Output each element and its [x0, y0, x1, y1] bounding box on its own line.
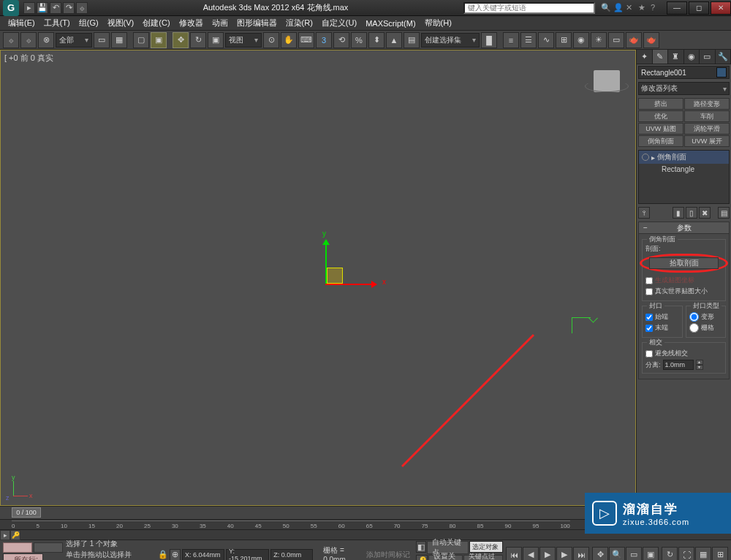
move-icon[interactable]: ✥ — [173, 32, 189, 48]
help-search-input[interactable] — [463, 2, 595, 14]
pin-stack-icon[interactable]: ⫯ — [638, 207, 650, 219]
qat-open-icon[interactable]: ▸ — [23, 2, 35, 14]
spinner-snap-icon[interactable]: ⬍ — [368, 32, 385, 48]
maximize-button[interactable]: ◻ — [689, 1, 709, 15]
prev-frame-icon[interactable]: ◀ — [523, 547, 539, 561]
stack-item-rectangle[interactable]: Rectangle — [639, 164, 729, 175]
viewport-label[interactable]: [ +0 前 0 真实 — [4, 53, 53, 64]
curve-editor-icon[interactable]: ∿ — [538, 32, 554, 48]
menu-maxscript[interactable]: MAXScript(M) — [362, 18, 419, 29]
goto-start-icon[interactable]: ⏮ — [506, 547, 522, 561]
nav-pan-icon[interactable]: ✥ — [592, 547, 608, 561]
trackbar-toggle-icon[interactable]: ▸ — [0, 530, 10, 540]
selection-filter-dropdown[interactable]: 全部 — [56, 33, 92, 48]
select-icon[interactable]: ▭ — [94, 32, 110, 48]
coord-z[interactable]: Z: 0.0mm — [270, 549, 313, 561]
minimize-button[interactable]: — — [667, 1, 687, 15]
coord-display-icon[interactable]: ⊕ — [170, 549, 181, 561]
close-button[interactable]: ✕ — [711, 1, 731, 15]
scale-icon[interactable]: ▣ — [208, 32, 224, 48]
tab-display-icon[interactable]: ▭ — [700, 50, 716, 64]
make-unique-icon[interactable]: ▯ — [686, 207, 697, 219]
rect-select-icon[interactable]: ▢ — [133, 32, 149, 48]
render-setup-icon[interactable]: ☀ — [591, 32, 607, 48]
menu-customize[interactable]: 自定义(U) — [318, 16, 360, 30]
bind-icon[interactable]: ⊗ — [38, 32, 54, 48]
gen-mapcoords-check[interactable]: 生成贴图坐标 — [645, 276, 722, 285]
modifier-list-dropdown[interactable]: 修改器列表 — [638, 82, 730, 95]
render-prod-icon[interactable]: 🫖 — [643, 32, 659, 48]
nav-all-icon[interactable]: ⊞ — [712, 547, 728, 561]
mirror-icon[interactable]: ▐▌ — [481, 32, 497, 48]
rollout-header[interactable]: 参数 — [639, 222, 729, 234]
nav-orbit-icon[interactable]: ↻ — [662, 547, 678, 561]
show-end-icon[interactable]: ▮ — [673, 207, 684, 219]
cap-grid-radio[interactable]: 栅格 — [689, 323, 723, 333]
goto-end-icon[interactable]: ⏭ — [573, 547, 589, 561]
keymode-dropdown[interactable]: 选定对象 — [469, 541, 503, 553]
menu-group[interactable]: 组(G) — [75, 16, 102, 30]
mod-turbosmooth-button[interactable]: 涡轮平滑 — [684, 123, 730, 135]
search-icon[interactable]: 🔍 — [601, 3, 611, 13]
menu-create[interactable]: 创建(C) — [139, 16, 173, 30]
mod-extrude-button[interactable]: 挤出 — [638, 98, 683, 110]
viewport[interactable]: [ +0 前 0 真实 x y x y z — [0, 50, 636, 506]
nav-maximize-icon[interactable]: ⛶ — [678, 547, 694, 561]
nav-region-icon[interactable]: ▦ — [695, 547, 711, 561]
tab-create-icon[interactable]: ✦ — [637, 50, 653, 64]
play-icon[interactable]: ▶ — [539, 547, 556, 561]
setkey-icon[interactable]: 🔑 — [416, 555, 428, 560]
pick-profile-button[interactable]: 拾取剖面 — [649, 257, 719, 269]
menu-views[interactable]: 视图(V) — [104, 16, 138, 30]
nav-fov-icon[interactable]: ▭ — [626, 547, 642, 561]
percent-snap-icon[interactable]: % — [351, 32, 367, 48]
menu-animation[interactable]: 动画 — [208, 16, 232, 30]
mod-optimize-button[interactable]: 优化 — [638, 110, 683, 122]
lock-icon[interactable]: 🔒 — [158, 550, 168, 560]
isolate-icon[interactable]: ◧ — [416, 541, 426, 553]
signin-icon[interactable]: 👤 — [613, 3, 624, 13]
edged-icon[interactable]: ▲ — [386, 32, 402, 48]
ref-coord-dropdown[interactable]: 视图 — [225, 33, 262, 48]
cap-morph-radio[interactable]: 变形 — [689, 312, 723, 322]
time-slider-handle[interactable]: 0 / 100 — [12, 507, 41, 518]
qat-redo-icon[interactable]: ↷ — [63, 2, 75, 14]
avoid-intersect-check[interactable]: 避免线相交 — [645, 349, 722, 358]
menu-grapheditors[interactable]: 图形编辑器 — [233, 16, 281, 30]
add-time-tag[interactable]: 添加时间标记 — [366, 550, 410, 560]
exchange-icon[interactable]: ✕ — [626, 3, 636, 13]
keyboard-icon[interactable]: ⌨ — [298, 32, 314, 48]
layers-icon[interactable]: ☰ — [520, 32, 537, 48]
setkey-button[interactable]: 设置关键点 — [428, 555, 463, 560]
material-icon[interactable]: ◉ — [573, 32, 589, 48]
remove-mod-icon[interactable]: ✖ — [699, 207, 711, 219]
menu-edit[interactable]: 编辑(E) — [4, 16, 39, 30]
pivot-icon[interactable]: ⊙ — [263, 32, 279, 48]
nav-zoomext-icon[interactable]: ▣ — [643, 547, 659, 561]
named-sel-dropdown[interactable]: 创建选择集 — [421, 33, 480, 48]
script-line-button[interactable]: ... 所在行: — [3, 553, 43, 560]
schematic-icon[interactable]: ⊞ — [556, 32, 572, 48]
rotate-icon[interactable]: ↻ — [190, 32, 206, 48]
tab-utilities-icon[interactable]: 🔧 — [716, 50, 732, 64]
named-sel-icon[interactable]: ▤ — [404, 32, 420, 48]
configure-sets-icon[interactable]: ▤ — [718, 207, 730, 219]
cap-start-check[interactable]: 始端 — [645, 312, 679, 322]
help-icon[interactable]: ? — [651, 3, 661, 13]
window-crossing-icon[interactable]: ▣ — [151, 32, 167, 48]
angle-snap-icon[interactable]: ⟲ — [333, 32, 349, 48]
align-icon[interactable]: ≡ — [503, 32, 519, 48]
render-frame-icon[interactable]: ▭ — [608, 32, 624, 48]
menu-rendering[interactable]: 渲染(R) — [282, 16, 317, 30]
mod-unwrapuvw-button[interactable]: UVW 展开 — [684, 135, 730, 147]
manipulate-icon[interactable]: ✋ — [281, 32, 297, 48]
nav-zoom-icon[interactable]: 🔍 — [609, 547, 625, 561]
menu-help[interactable]: 帮助(H) — [421, 16, 455, 30]
qat-save-icon[interactable]: 💾 — [37, 2, 48, 14]
modifier-stack[interactable]: ▸ 倒角剖面 Rectangle — [638, 150, 730, 204]
qat-undo-icon[interactable]: ↶ — [50, 2, 61, 14]
mod-pathdeform-button[interactable]: 路径变形 — [684, 98, 730, 110]
qat-link-icon[interactable]: ⟐ — [76, 2, 88, 14]
mod-uvwmap-button[interactable]: UVW 贴图 — [638, 123, 683, 135]
cap-end-check[interactable]: 末端 — [645, 323, 679, 333]
